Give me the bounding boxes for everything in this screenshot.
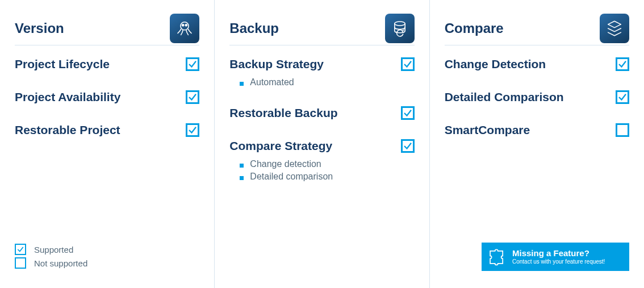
- column-compare: Compare Change Detection Detailed Compar…: [429, 0, 644, 288]
- feature-restorable-backup: Restorable Backup: [229, 105, 414, 122]
- legend-supported-label: Supported: [34, 245, 73, 254]
- feature-sublist: Change detection Detailed comparison: [240, 158, 414, 183]
- feature-project-availability: Project Availability: [15, 89, 199, 106]
- supported-checkbox: [186, 57, 199, 71]
- supported-checkbox: [186, 90, 199, 104]
- feature-label: Project Lifecycle: [15, 57, 186, 71]
- feature-change-detection: Change Detection: [445, 56, 629, 73]
- feature-compare-strategy: Compare Strategy Change detection Detail…: [229, 137, 414, 183]
- feature-matrix: Version Project Lifecycle: [0, 0, 644, 288]
- octopus-icon: [170, 14, 199, 43]
- feature-detailed-comparison: Detailed Comparison: [445, 89, 629, 106]
- feature-label: Change Detection: [445, 57, 616, 71]
- feature-restorable-project: Restorable Project: [15, 122, 199, 139]
- feature-label: Restorable Project: [15, 123, 186, 137]
- column-compare-title: Compare: [445, 20, 504, 36]
- feature-project-lifecycle: Project Lifecycle: [15, 56, 199, 73]
- svg-point-3: [394, 21, 404, 25]
- column-version-title: Version: [15, 20, 64, 36]
- missing-feature-cta[interactable]: Missing a Feature? Contact us with your …: [482, 243, 629, 271]
- legend-supported-icon: [15, 244, 26, 255]
- legend-not-supported-label: Not supported: [34, 258, 87, 268]
- feature-row: Change Detection: [445, 56, 629, 73]
- supported-checkbox: [401, 139, 415, 153]
- sublist-item: Automated: [240, 76, 414, 89]
- feature-row: Compare Strategy: [229, 137, 414, 155]
- feature-smartcompare: SmartCompare: [445, 122, 629, 139]
- supported-checkbox: [616, 57, 629, 71]
- legend-not-supported: Not supported: [15, 257, 87, 269]
- sublist-item: Change detection: [240, 158, 414, 170]
- feature-sublist: Automated: [240, 76, 414, 89]
- feature-row: Restorable Project: [15, 122, 199, 139]
- column-backup: Backup Backup Strategy Automated: [214, 0, 429, 288]
- supported-checkbox: [401, 106, 415, 120]
- feature-row: SmartCompare: [445, 122, 629, 139]
- supported-checkbox: [616, 90, 629, 104]
- feature-label: Compare Strategy: [229, 139, 400, 153]
- feature-label: SmartCompare: [445, 123, 616, 137]
- column-backup-title: Backup: [229, 20, 279, 36]
- layers-icon: [600, 14, 629, 43]
- puzzle-icon: [487, 247, 507, 266]
- not-supported-checkbox: [616, 123, 629, 137]
- supported-checkbox: [401, 57, 415, 71]
- feature-label: Backup Strategy: [229, 57, 400, 71]
- feature-label: Project Availability: [15, 90, 186, 104]
- cta-text-group: Missing a Feature? Contact us with your …: [512, 249, 605, 265]
- cta-title: Missing a Feature?: [512, 249, 605, 258]
- legend-supported: Supported: [15, 244, 87, 255]
- feature-row: Backup Strategy: [229, 56, 414, 73]
- svg-point-2: [186, 24, 187, 26]
- column-version-header: Version: [15, 11, 199, 45]
- supported-checkbox: [186, 123, 199, 137]
- column-version: Version Project Lifecycle: [0, 0, 214, 288]
- feature-label: Detailed Comparison: [445, 90, 616, 104]
- feature-row: Project Availability: [15, 89, 199, 106]
- feature-label: Restorable Backup: [229, 106, 400, 120]
- feature-row: Project Lifecycle: [15, 56, 199, 73]
- legend-not-supported-icon: [15, 257, 26, 269]
- sublist-item: Detailed comparison: [240, 170, 414, 183]
- column-backup-header: Backup: [229, 11, 414, 45]
- svg-point-0: [181, 22, 189, 30]
- feature-row: Detailed Comparison: [445, 89, 629, 106]
- database-refresh-icon: [385, 14, 415, 43]
- cta-subtitle: Contact us with your feature request!: [512, 258, 605, 265]
- column-compare-header: Compare: [445, 11, 629, 45]
- feature-row: Restorable Backup: [229, 105, 414, 122]
- svg-marker-4: [608, 21, 621, 27]
- svg-point-1: [182, 24, 184, 26]
- feature-backup-strategy: Backup Strategy Automated: [229, 56, 414, 89]
- legend: Supported Not supported: [15, 241, 87, 271]
